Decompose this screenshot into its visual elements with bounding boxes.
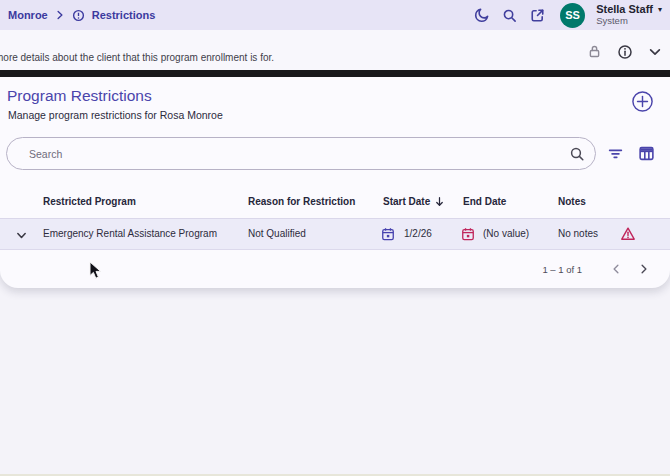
column-header-start-date-label: Start Date [383, 185, 430, 218]
dark-divider-band [0, 70, 670, 77]
calendar-end-icon [461, 227, 475, 245]
filter-icon[interactable] [607, 145, 624, 166]
avatar[interactable]: SS [560, 3, 585, 28]
screen: Monroe Restrictions SS Stella Staff [0, 0, 670, 476]
user-role: System [596, 16, 662, 27]
page-subtitle: Manage program restrictions for Rosa Mon… [8, 109, 223, 121]
banner-actions [586, 43, 663, 60]
chevron-down-icon: ▾ [658, 5, 662, 14]
table-columns-icon[interactable] [638, 145, 655, 166]
lock-icon[interactable] [586, 43, 603, 60]
breadcrumb: Monroe Restrictions [8, 9, 155, 22]
column-header-reason[interactable]: Reason for Restriction [248, 185, 355, 218]
user-name: Stella Staff [596, 3, 653, 16]
banner-description: more details about the client that this … [0, 52, 274, 63]
column-header-start-date[interactable]: Start Date [383, 185, 445, 218]
header-actions: SS Stella Staff ▾ System [473, 3, 662, 28]
table-header-row: Restricted Program Reason for Restrictio… [0, 185, 670, 218]
next-page-chevron-icon[interactable] [637, 262, 651, 276]
cell-start-date: 1/2/26 [404, 219, 432, 249]
dark-mode-moon-icon[interactable] [473, 7, 490, 24]
column-header-notes[interactable]: Notes [558, 185, 586, 218]
chevron-right-icon [55, 10, 65, 20]
user-menu[interactable]: Stella Staff ▾ System [596, 3, 662, 27]
search-field [6, 137, 596, 170]
previous-page-chevron-icon[interactable] [609, 262, 623, 276]
pagination-bar: 1 – 1 of 1 [0, 250, 670, 288]
cell-reason: Not Qualified [248, 219, 306, 249]
row-expand-chevron-icon[interactable] [15, 228, 28, 246]
program-restrictions-panel: Program Restrictions Manage program rest… [0, 77, 670, 288]
info-icon[interactable] [616, 43, 633, 60]
cell-notes: No notes [558, 219, 598, 249]
add-restriction-button[interactable] [631, 90, 654, 113]
search-icon[interactable] [501, 7, 518, 24]
search-input[interactable] [29, 139, 549, 168]
page-title: Program Restrictions [7, 87, 152, 105]
column-header-end-date[interactable]: End Date [463, 185, 506, 218]
calendar-start-icon [381, 227, 395, 245]
warning-triangle-icon[interactable] [620, 226, 636, 246]
cell-restricted-program: Emergency Rental Assistance Program [43, 219, 217, 249]
breadcrumb-page[interactable]: Restrictions [92, 9, 156, 21]
column-header-restricted-program[interactable]: Restricted Program [43, 185, 136, 218]
enrollment-banner-bar: more details about the client that this … [0, 30, 670, 70]
sort-descending-icon[interactable] [434, 196, 445, 207]
cell-end-date: (No value) [483, 219, 529, 249]
open-in-new-icon[interactable] [529, 7, 546, 24]
breadcrumb-client[interactable]: Monroe [8, 9, 48, 21]
search-magnifier-icon [569, 146, 585, 166]
top-header-bar: Monroe Restrictions SS Stella Staff [0, 0, 670, 30]
restrictions-icon [72, 9, 85, 22]
collapse-chevron-icon[interactable] [646, 43, 663, 60]
table-row[interactable]: Emergency Rental Assistance Program Not … [0, 218, 670, 250]
pagination-range: 1 – 1 of 1 [542, 264, 582, 275]
